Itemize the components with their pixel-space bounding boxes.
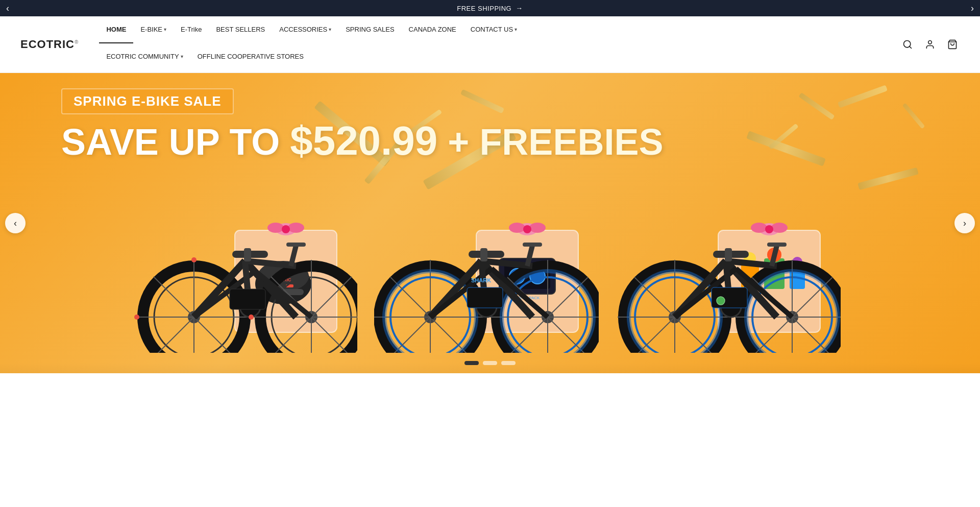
carousel-dot-1[interactable]: [464, 361, 479, 365]
nav-item-accessories[interactable]: ACCESSORIES ▾: [272, 16, 338, 43]
svg-point-48: [509, 223, 525, 233]
svg-point-124: [717, 297, 725, 305]
search-button[interactable]: [900, 37, 915, 52]
announcement-prev-button[interactable]: ‹: [0, 3, 15, 14]
svg-point-6: [267, 223, 284, 233]
announcement-bar: ‹ FREE SHIPPING → ›: [0, 0, 980, 16]
nav-item-offline-stores[interactable]: OFFLINE COOPERATIVE STORES: [190, 43, 311, 70]
nav-item-best-sellers[interactable]: BEST SELLERS: [209, 16, 272, 43]
hero-headline-part1: SAVE UP TO: [61, 122, 290, 162]
logo-text: ECOTRIC: [20, 38, 75, 51]
logo-trademark: ®: [75, 39, 79, 45]
svg-rect-79: [480, 248, 487, 261]
carousel-dots: [464, 361, 516, 365]
hero-price: $520.99: [290, 118, 437, 163]
svg-text:SHARK: SHARK: [471, 277, 491, 283]
bike-svg-1: ECOTRIC: [133, 169, 357, 353]
svg-point-7: [288, 223, 304, 233]
chevron-down-icon-acc: ▾: [329, 27, 331, 32]
svg-point-44: [134, 315, 139, 320]
svg-rect-83: [467, 287, 503, 308]
header-icons: [890, 37, 960, 52]
nav-wrapper: HOME E-BIKE ▾ E-Trike BEST SELLERS ACCES…: [99, 16, 890, 73]
carousel-dot-3[interactable]: [501, 361, 516, 365]
announcement-arrow: →: [516, 4, 523, 12]
hero-freebies: + FREEBIES: [437, 122, 663, 162]
search-icon: [902, 39, 913, 50]
chevron-down-icon: ▾: [164, 27, 166, 32]
nav-top: HOME E-BIKE ▾ E-Trike BEST SELLERS ACCES…: [99, 16, 890, 43]
bike-svg-3: [616, 169, 841, 353]
svg-rect-119: [725, 248, 732, 261]
account-button[interactable]: [923, 37, 937, 52]
svg-rect-123: [712, 287, 747, 308]
cart-button[interactable]: [945, 37, 960, 52]
carousel-next-button[interactable]: ›: [954, 213, 975, 233]
hero-headline: SAVE UP TO $520.99 + FREEBIES: [61, 119, 663, 162]
account-icon: [925, 39, 935, 50]
svg-line-1: [910, 46, 912, 49]
nav-item-home[interactable]: HOME: [99, 16, 133, 43]
svg-rect-41: [230, 289, 265, 309]
chevron-down-icon-contact: ▾: [514, 27, 517, 32]
logo[interactable]: ECOTRIC®: [20, 29, 79, 60]
header: ECOTRIC® HOME E-BIKE ▾ E-Trike BEST SELL…: [0, 16, 980, 73]
bike-svg-2: BATTERY PACK: [374, 169, 599, 353]
svg-point-50: [523, 225, 531, 233]
svg-point-89: [765, 225, 773, 233]
bike-panel-2: BATTERY PACK: [374, 169, 605, 353]
nav-item-e-bike[interactable]: E-BIKE ▾: [133, 16, 174, 43]
nav-item-ecotric-community[interactable]: ECOTRIC COMMUNITY ▾: [99, 43, 190, 70]
bikes-display: ECOTRIC: [133, 169, 847, 353]
svg-point-88: [771, 223, 788, 233]
hero-sale-tag: SPRING E-BIKE SALE: [61, 88, 234, 114]
hero-banner: SPRING E-BIKE SALE SAVE UP TO $520.99 + …: [0, 73, 980, 373]
carousel-prev-button[interactable]: ‹: [5, 213, 26, 233]
svg-rect-36: [244, 248, 251, 261]
svg-point-87: [751, 223, 767, 233]
nav-bottom: ECOTRIC COMMUNITY ▾ OFFLINE COOPERATIVE …: [99, 43, 890, 73]
nav-item-canada-zone[interactable]: CANADA ZONE: [402, 16, 463, 43]
announcement-text: FREE SHIPPING: [457, 5, 511, 12]
hero-text-block: SPRING E-BIKE SALE SAVE UP TO $520.99 + …: [61, 88, 663, 162]
carousel-dot-2[interactable]: [483, 361, 497, 365]
svg-point-45: [249, 315, 254, 320]
nav-item-contact-us[interactable]: CONTACT US ▾: [463, 16, 524, 43]
svg-point-42: [191, 257, 197, 262]
bike-panel-3: [616, 169, 847, 353]
announcement-next-button[interactable]: ›: [965, 3, 980, 14]
svg-point-8: [282, 225, 290, 233]
cart-icon: [947, 39, 958, 50]
nav-item-spring-sales[interactable]: SPRING SALES: [338, 16, 401, 43]
chevron-down-icon-community: ▾: [181, 54, 183, 59]
bike-panel-1: ECOTRIC: [133, 169, 364, 353]
svg-point-2: [928, 41, 932, 44]
nav-item-e-trike[interactable]: E-Trike: [174, 16, 209, 43]
svg-point-49: [529, 223, 546, 233]
